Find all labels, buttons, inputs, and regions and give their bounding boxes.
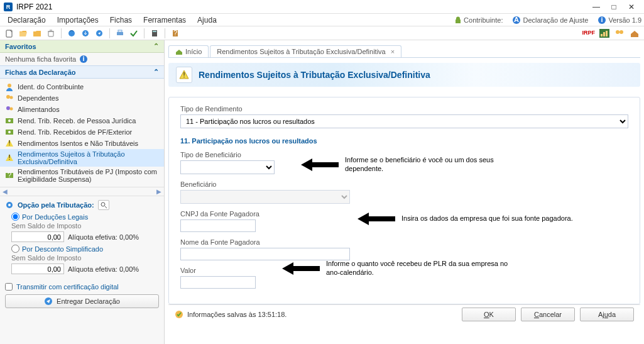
menu-ferramentas[interactable]: Ferramentas xyxy=(138,14,191,26)
svg-point-24 xyxy=(6,95,10,99)
decl-ajuste-tag: A Declaração de Ajuste xyxy=(513,16,588,24)
tabs: Início Rendimentos Sujeitos à Tributação… xyxy=(168,44,640,58)
help-book-icon[interactable]: ? xyxy=(170,28,181,39)
tipo-rendimento-select[interactable]: 11 - Participação nos lucros ou resultad… xyxy=(180,114,628,128)
sidebar-item-label: Rendimentos Sujeitos à Tributação Exclus… xyxy=(18,150,159,165)
close-button[interactable]: ✕ xyxy=(623,1,640,13)
sidebar-item-ident[interactable]: Ident. do Contribuinte xyxy=(0,81,164,92)
chart-icon[interactable] xyxy=(599,28,610,39)
maximize-button[interactable]: □ xyxy=(605,1,623,13)
benef-select[interactable] xyxy=(180,190,350,204)
globe-refresh-icon[interactable] xyxy=(66,28,77,39)
folder-icon[interactable] xyxy=(31,28,43,39)
decl-ajuste-label: Declaração de Ajuste xyxy=(523,16,588,24)
tab-rendimentos-label: Rendimentos Sujeitos à Tributação Exclus… xyxy=(217,48,385,55)
annotation-1: Informe se o beneficiário é você ou um d… xyxy=(345,156,533,174)
opt1-value-input[interactable] xyxy=(11,231,64,242)
svg-text:?: ? xyxy=(173,29,177,36)
sidebar-item-label: Rendimentos Tributáveis de PJ (Imposto c… xyxy=(18,168,159,183)
tipo-rendimento-label: Tipo de Rendimento xyxy=(180,105,628,113)
warning-icon: ! xyxy=(5,153,14,162)
contribuinte-label: Contribuinte: xyxy=(464,16,503,24)
cnpj-input[interactable] xyxy=(180,219,256,232)
chevron-up-icon: ⌃ xyxy=(153,68,159,76)
deliver-button[interactable]: Entregar Declaração xyxy=(5,294,159,308)
globe-down-icon[interactable] xyxy=(80,28,91,39)
svg-point-19 xyxy=(616,30,619,34)
minimize-button[interactable]: ― xyxy=(587,1,605,13)
globe-send-icon xyxy=(44,297,53,306)
tree-pager: ◀ ▶ xyxy=(0,187,164,196)
search-icon[interactable] xyxy=(98,200,109,210)
page-prev-icon[interactable]: ◀ xyxy=(3,188,8,195)
svg-point-6 xyxy=(68,30,75,36)
svg-point-37 xyxy=(8,204,11,206)
content-area: Início Rendimentos Sujeitos à Tributação… xyxy=(165,40,644,344)
sidebar-item-alimentandos[interactable]: Alimentandos xyxy=(0,104,164,115)
menu-declaracao[interactable]: Declaração xyxy=(3,14,51,26)
favorites-header[interactable]: Favoritos ⌃ xyxy=(0,40,164,53)
page-title: Rendimentos Sujeitos à Tributação Exclus… xyxy=(199,70,430,80)
sidebar-item-exig-susp[interactable]: ? Rendimentos Tributáveis de PJ (Imposto… xyxy=(0,167,164,184)
page-header: ! Rendimentos Sujeitos à Tributação Excl… xyxy=(168,63,640,87)
info-a-icon: A xyxy=(513,16,520,24)
svg-point-31 xyxy=(8,131,11,133)
new-doc-icon[interactable] xyxy=(4,28,15,39)
check-icon[interactable] xyxy=(128,28,139,39)
valor-input[interactable] xyxy=(180,276,256,289)
close-icon[interactable]: × xyxy=(391,48,395,55)
sidebar-item-isentos[interactable]: ! Rendimentos Isentos e Não Tributáveis xyxy=(0,138,164,149)
info-icon: i xyxy=(80,55,87,63)
menu-fichas[interactable]: Fichas xyxy=(105,14,137,26)
sidebar-item-rend-pj[interactable]: Rend. Trib. Receb. de Pessoa Jurídica xyxy=(0,115,164,126)
menu-importacoes[interactable]: Importações xyxy=(52,14,104,26)
money-icon xyxy=(5,116,14,125)
nome-fonte-input[interactable] xyxy=(180,248,350,260)
cert-checkbox[interactable] xyxy=(5,283,13,291)
svg-point-29 xyxy=(8,119,11,122)
calc-icon[interactable] xyxy=(149,28,160,39)
warning-icon: ! xyxy=(5,139,14,148)
version-tag: i Versão 1.9 xyxy=(598,16,641,24)
svg-rect-16 xyxy=(601,34,603,36)
subtitle: 11. Participação nos lucros ou resultado… xyxy=(180,137,628,145)
help-button[interactable]: Ajuda xyxy=(580,308,634,321)
open-icon[interactable] xyxy=(18,28,29,39)
trash-icon[interactable] xyxy=(45,28,57,39)
globe-send-icon[interactable] xyxy=(94,28,105,39)
chevron-up-icon: ⌃ xyxy=(153,42,159,50)
annotation-2: Insira os dados da empresa que foi sua f… xyxy=(401,214,573,223)
benef-tipo-select[interactable] xyxy=(180,160,275,174)
menu-bar: Declaração Importações Fichas Ferramenta… xyxy=(0,14,644,26)
sidebar-item-exclusiva[interactable]: ! Rendimentos Sujeitos à Tributação Excl… xyxy=(0,149,164,167)
arrow-left-icon xyxy=(282,261,320,276)
opt2-sub-label: Sem Saldo de Imposto xyxy=(11,254,159,262)
irpf-badge: IRPF xyxy=(582,30,595,36)
svg-rect-5 xyxy=(48,31,53,36)
svg-text:!: ! xyxy=(183,71,185,79)
people2-icon xyxy=(5,105,14,114)
person-icon xyxy=(5,82,14,91)
home-icon[interactable] xyxy=(629,28,640,39)
cancel-button[interactable]: Cancelar xyxy=(521,308,575,321)
sidebar-item-dependentes[interactable]: Dependentes xyxy=(0,92,164,104)
svg-rect-12 xyxy=(153,31,156,32)
ok-button[interactable]: OK xyxy=(462,308,516,321)
people-icon[interactable] xyxy=(614,28,625,39)
arrow-left-icon xyxy=(301,157,339,172)
info-icon: i xyxy=(598,16,606,24)
tab-inicio[interactable]: Início xyxy=(168,45,209,57)
opt1-aliquota-label: Alíquota efetiva: 0,00% xyxy=(68,233,139,241)
page-next-icon[interactable]: ▶ xyxy=(156,188,161,195)
svg-text:!: ! xyxy=(8,139,10,147)
radio-deducoes[interactable] xyxy=(11,213,19,221)
menu-ajuda[interactable]: Ajuda xyxy=(192,14,222,26)
favorites-body: Nenhuma ficha favorita i xyxy=(0,53,164,65)
radio-simplificado[interactable] xyxy=(11,245,19,253)
opt2-value-input[interactable] xyxy=(11,264,64,274)
fichas-header[interactable]: Fichas da Declaração ⌃ xyxy=(0,65,164,79)
opt1-sub-label: Sem Saldo de Imposto xyxy=(11,222,159,230)
print-icon[interactable] xyxy=(114,28,126,39)
tab-rendimentos[interactable]: Rendimentos Sujeitos à Tributação Exclus… xyxy=(210,45,401,57)
sidebar-item-rend-pf[interactable]: Rend. Trib. Recebidos de PF/Exterior xyxy=(0,126,164,138)
